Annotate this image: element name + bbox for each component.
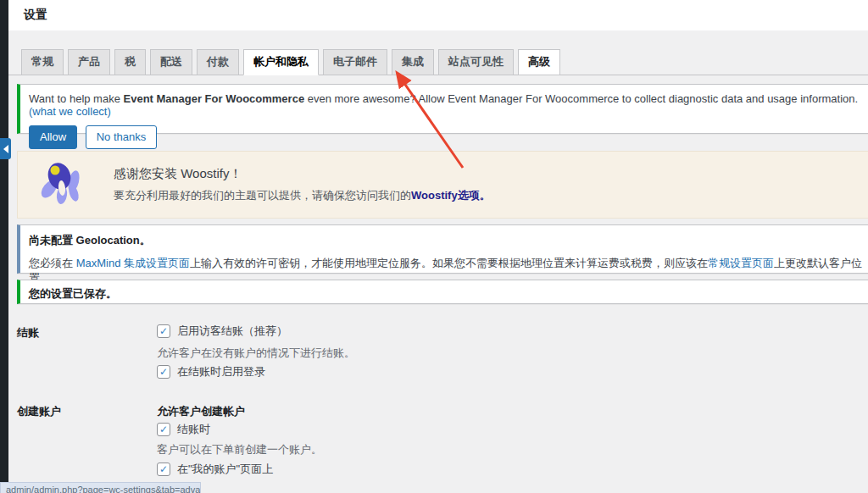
tracking-notice-text: Want to help make Event Manager For Wooc… — [29, 92, 865, 118]
guest-checkout-desc: 允许客户在没有账户的情况下进行结账。 — [157, 346, 355, 361]
sidebar-collapse-handle[interactable] — [0, 138, 11, 159]
create-at-checkout-desc: 客户可以在下单前创建一个账户。 — [157, 442, 322, 457]
woostify-text-block: 感谢您安装 Woostify！ 要充分利用最好的我们的主题可以提供，请确保您访问… — [114, 166, 491, 203]
tracking-text-1: Want to help make — [29, 92, 124, 105]
tab-site-visibility[interactable]: 站点可见性 — [438, 49, 514, 75]
login-at-checkout-option: ✓ 在结账时启用登录 — [157, 364, 265, 379]
collapse-arrow-icon — [3, 145, 8, 153]
admin-sidebar-strip — [0, 0, 8, 493]
guest-checkout-checkbox[interactable]: ✓ — [157, 324, 170, 338]
settings-tab-bar: 常规 产品 税 配送 付款 帐户和隐私 电子邮件 集成 站点可见性 高级 — [8, 52, 868, 75]
create-at-checkout-option: ✓ 结账时 — [157, 422, 210, 437]
tab-advanced[interactable]: 高级 — [518, 49, 560, 75]
browser-status-bar: admin/admin.php?page=wc-settings&tab=adv… — [0, 482, 201, 493]
login-at-checkout-label: 在结账时启用登录 — [177, 364, 265, 379]
guest-checkout-label: 启用访客结账（推荐） — [177, 324, 287, 339]
create-on-account-page-label: 在"我的账户"页面上 — [177, 462, 273, 477]
tracking-notice: Want to help make Event Manager For Wooc… — [17, 84, 868, 134]
woostify-logo-icon — [39, 161, 83, 208]
what-we-collect-link[interactable]: (what we collect) — [29, 105, 111, 118]
tab-shipping[interactable]: 配送 — [150, 49, 192, 75]
tab-payments[interactable]: 付款 — [197, 49, 239, 75]
create-at-checkout-checkbox[interactable]: ✓ — [157, 423, 170, 436]
tracking-buttons: Allow No thanks — [29, 125, 865, 149]
tracking-product-name: Event Manager For Woocommerce — [124, 92, 305, 105]
wc-settings-page: 设置 常规 产品 税 配送 付款 帐户和隐私 电子邮件 集成 站点可见性 高级 … — [0, 0, 868, 493]
settings-saved-text: 您的设置已保存。 — [29, 287, 117, 300]
page-title: 设置 — [24, 8, 47, 23]
tab-integration[interactable]: 集成 — [392, 49, 434, 75]
create-on-account-page-checkbox[interactable]: ✓ — [157, 463, 170, 476]
tab-emails[interactable]: 电子邮件 — [323, 49, 387, 75]
top-bar — [8, 0, 868, 30]
settings-saved-notice: 您的设置已保存。 — [17, 280, 868, 304]
tracking-text-2: even more awesome? Allow Event Manager F… — [304, 92, 858, 105]
account-creation-heading: 允许客户创建帐户 — [157, 404, 245, 419]
tab-tax[interactable]: 税 — [114, 49, 146, 75]
status-url-text: admin/admin.php?page=wc-settings&tab=adv… — [6, 485, 201, 493]
guest-checkout-option: ✓ 启用访客结账（推荐） — [157, 324, 287, 339]
geo-text-1: 您必须在 — [29, 257, 76, 269]
tab-accounts-privacy[interactable]: 帐户和隐私 — [243, 49, 319, 75]
woostify-subtext: 要充分利用最好的我们的主题可以提供，请确保您访问我们的Woostify选项。 — [114, 188, 491, 203]
woostify-subtext-body: 要充分利用最好的我们的主题可以提供，请确保您访问我们的 — [114, 189, 411, 202]
account-creation-row-label: 创建账户 — [17, 404, 61, 419]
checkout-row-label: 结账 — [17, 325, 39, 341]
woostify-options-link[interactable]: Woostify选项。 — [411, 189, 491, 202]
allow-button[interactable]: Allow — [29, 125, 77, 149]
create-at-checkout-label: 结账时 — [177, 422, 210, 437]
general-settings-link[interactable]: 常规设置页面 — [708, 257, 774, 269]
create-on-account-page-option: ✓ 在"我的账户"页面上 — [157, 462, 273, 477]
woostify-title: 感谢您安装 Woostify！ — [114, 166, 491, 182]
woostify-banner: 感谢您安装 Woostify！ 要充分利用最好的我们的主题可以提供，请确保您访问… — [17, 151, 868, 219]
geo-text-2: 上输入有效的许可密钥，才能使用地理定位服务。如果您不需要根据地理位置来计算运费或… — [190, 257, 708, 269]
login-at-checkout-checkbox[interactable]: ✓ — [157, 365, 170, 379]
geolocation-notice-title: 尚未配置 Geolocation。 — [29, 233, 865, 248]
maxmind-settings-link[interactable]: MaxMind 集成设置页面 — [76, 257, 190, 269]
no-thanks-button[interactable]: No thanks — [86, 125, 158, 149]
tab-general[interactable]: 常规 — [21, 49, 64, 75]
tab-products[interactable]: 产品 — [68, 49, 110, 75]
geolocation-notice: 尚未配置 Geolocation。 您必须在 MaxMind 集成设置页面上输入… — [17, 224, 868, 274]
